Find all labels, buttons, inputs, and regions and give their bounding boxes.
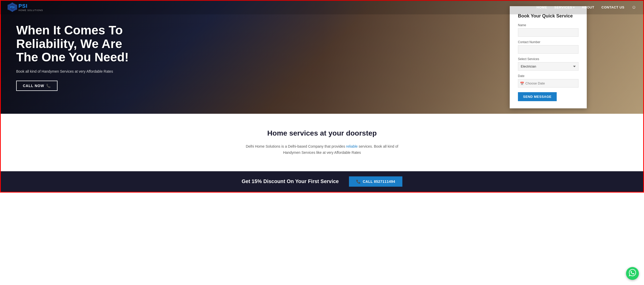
contact-field-group: Contact Number xyxy=(518,40,579,54)
service-label: Select Services xyxy=(518,57,579,61)
nav-about[interactable]: ABOUT xyxy=(582,5,594,9)
hero-title: When It Comes To Reliability, We Are The… xyxy=(16,24,145,64)
service-select[interactable]: Electrician Plumber Carpenter Painter AC… xyxy=(518,62,579,71)
date-input[interactable] xyxy=(518,79,579,88)
service-field-group: Select Services Electrician Plumber Carp… xyxy=(518,57,579,71)
call-now-button[interactable]: CALL NOW 📞 xyxy=(16,81,58,91)
user-icon[interactable]: ☺ xyxy=(632,5,636,10)
phone-banner-icon: 📞 xyxy=(356,179,361,184)
services-section: Home services at your doorstep Delhi Hom… xyxy=(1,114,643,171)
date-label: Date xyxy=(518,74,579,78)
nav-contact-us[interactable]: CONTACT US xyxy=(601,5,624,9)
name-input[interactable] xyxy=(518,28,579,37)
hero-subtitle: Book all kind of Handymen Services at ve… xyxy=(16,69,145,73)
hero-section: When It Comes To Reliability, We Are The… xyxy=(1,1,643,114)
send-message-button[interactable]: SEND MESSAGE xyxy=(518,92,557,101)
contact-label: Contact Number xyxy=(518,40,579,44)
date-field-group: Date 📅 xyxy=(518,74,579,88)
navbar: PSI PSI HOME SOLUTIONS HOME SERVICES ▾ A… xyxy=(0,0,644,14)
logo-text: PSI HOME SOLUTIONS xyxy=(18,3,43,12)
phone-icon: 📞 xyxy=(46,84,51,88)
chevron-down-icon: ▾ xyxy=(573,6,575,9)
booking-card: Book Your Quick Service Name Contact Num… xyxy=(510,6,587,108)
reliable-link[interactable]: reliable xyxy=(346,144,358,148)
name-label: Name xyxy=(518,23,579,27)
svg-text:PSI: PSI xyxy=(10,6,15,9)
name-field-group: Name xyxy=(518,23,579,37)
services-description: Delhi Home Solutions is a Delhi-based Co… xyxy=(245,144,399,156)
logo-icon: PSI xyxy=(8,3,17,12)
nav-links: HOME SERVICES ▾ ABOUT CONTACT US ☺ xyxy=(537,5,636,10)
calendar-icon: 📅 xyxy=(520,81,524,85)
nav-home[interactable]: HOME xyxy=(537,5,547,9)
call-banner-button[interactable]: 📞 CALL 8527111494 xyxy=(349,176,402,187)
logo[interactable]: PSI PSI HOME SOLUTIONS xyxy=(8,3,43,12)
discount-text: Get 15% Discount On Your First Service xyxy=(242,178,339,184)
date-input-wrapper: 📅 xyxy=(518,79,579,88)
services-heading: Home services at your doorstep xyxy=(11,129,633,137)
nav-services[interactable]: SERVICES ▾ xyxy=(554,5,575,9)
discount-banner: Get 15% Discount On Your First Service 📞… xyxy=(1,171,643,192)
hero-text: When It Comes To Reliability, We Are The… xyxy=(16,24,145,91)
contact-input[interactable] xyxy=(518,45,579,54)
